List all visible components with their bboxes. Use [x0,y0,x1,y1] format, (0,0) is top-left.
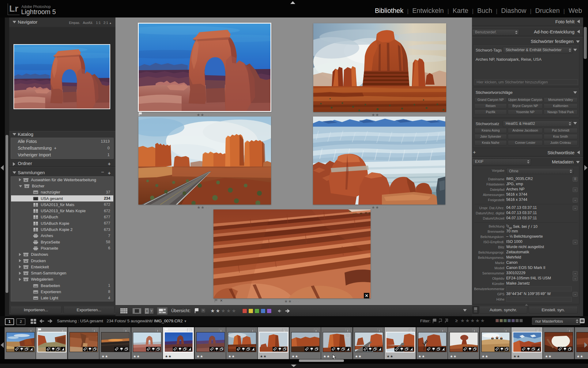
svg-text:Y: Y [150,309,153,313]
svg-text:X: X [146,309,148,313]
